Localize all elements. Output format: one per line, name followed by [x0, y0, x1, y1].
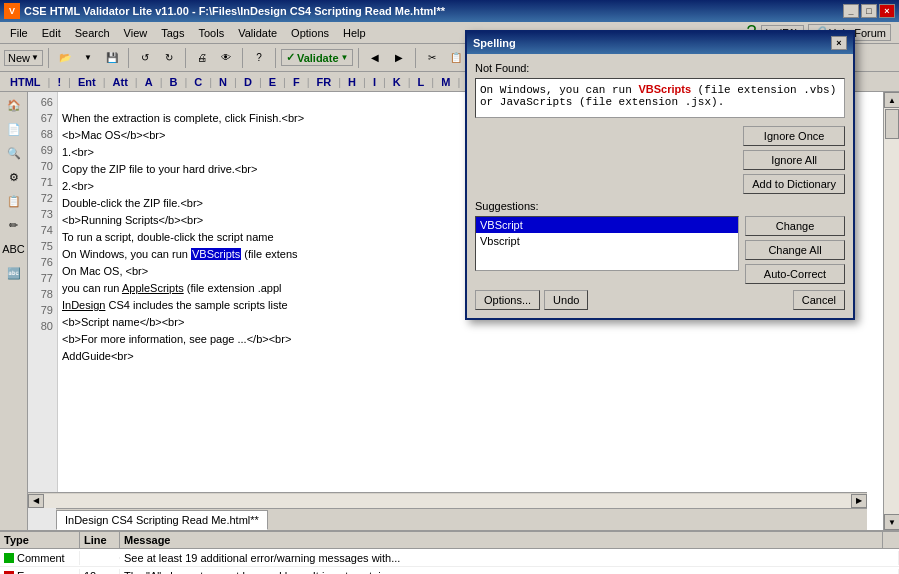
- scroll-up-button[interactable]: ▲: [884, 92, 899, 108]
- code-line-73: To run a script, double-click the script…: [62, 231, 274, 243]
- code-tab-bar: InDesign CS4 Scripting Read Me.html**: [56, 508, 867, 530]
- code-line-66: When the extraction is complete, click F…: [62, 112, 304, 124]
- preview-button[interactable]: 👁: [215, 47, 237, 69]
- code-line-79: <b>For more information, see page ...</b…: [62, 333, 291, 345]
- code-line-75: On Mac OS, <br>: [62, 265, 148, 277]
- close-button[interactable]: ×: [879, 4, 895, 18]
- change-button[interactable]: Change: [745, 216, 845, 236]
- left-sidebar: 🏠 📄 🔍 ⚙ 📋 ✏ ABC 🔤: [0, 92, 28, 530]
- code-tab-main[interactable]: InDesign CS4 Scripting Read Me.html**: [56, 510, 268, 530]
- tag-h[interactable]: H: [342, 75, 362, 89]
- title-bar: V CSE HTML Validator Lite v11.00 - F:\Fi…: [0, 0, 899, 22]
- tag-l[interactable]: L: [412, 75, 431, 89]
- menu-view[interactable]: View: [118, 25, 154, 41]
- dialog-title-bar[interactable]: Spelling ×: [467, 32, 853, 54]
- sidebar-icon-5[interactable]: 📋: [3, 190, 25, 212]
- suggestion-item[interactable]: VBScript: [476, 217, 738, 233]
- sidebar-icon-4[interactable]: ⚙: [3, 166, 25, 188]
- app-icon: V: [4, 3, 20, 19]
- sidebar-icon-3[interactable]: 🔍: [3, 142, 25, 164]
- code-line-72: <b>Running Scripts</b><br>: [62, 214, 203, 226]
- table-row[interactable]: Error 12 The "A" element cannot be used …: [0, 567, 899, 574]
- tag-d[interactable]: D: [238, 75, 258, 89]
- table-row[interactable]: Comment See at least 19 additional error…: [0, 549, 899, 567]
- menu-search[interactable]: Search: [69, 25, 116, 41]
- add-to-dictionary-button[interactable]: Add to Dictionary: [743, 174, 845, 194]
- forward-button[interactable]: ▶: [388, 47, 410, 69]
- badge-red: [4, 571, 14, 575]
- code-line-78: <b>Script name</b><br>: [62, 316, 184, 328]
- sidebar-icon-2[interactable]: 📄: [3, 118, 25, 140]
- tag-html[interactable]: HTML: [4, 75, 47, 89]
- suggestion-item[interactable]: Vbscript: [476, 233, 738, 249]
- suggestions-label: Suggestions:: [475, 200, 845, 212]
- sidebar-icon-1[interactable]: 🏠: [3, 94, 25, 116]
- menu-tags[interactable]: Tags: [155, 25, 190, 41]
- line-numbers: 66 67 68 69 70 71 72 73 74 75 76 77 78 7…: [28, 92, 58, 530]
- h-scrollbar[interactable]: ◀ ▶: [28, 492, 867, 508]
- new-button[interactable]: New ▼: [4, 50, 43, 66]
- title-bar-buttons[interactable]: _ □ ×: [843, 4, 895, 18]
- tag-excl[interactable]: !: [51, 75, 67, 89]
- scroll-thumb[interactable]: [885, 109, 899, 139]
- ignore-once-button[interactable]: Ignore Once: [743, 126, 845, 146]
- sidebar-icon-7[interactable]: ABC: [3, 238, 25, 260]
- tag-ent[interactable]: Ent: [72, 75, 102, 89]
- help-button[interactable]: ?: [248, 47, 270, 69]
- badge-green: [4, 553, 14, 563]
- menu-validate[interactable]: Validate: [232, 25, 283, 41]
- tag-m[interactable]: M: [435, 75, 456, 89]
- cut-button[interactable]: ✂: [421, 47, 443, 69]
- code-line-76: you can run AppleScripts (file extension…: [62, 282, 282, 294]
- print-button[interactable]: 🖨: [191, 47, 213, 69]
- code-line-74: On Windows, you can run VBScripts (file …: [62, 248, 298, 260]
- refresh2-button[interactable]: ↻: [158, 47, 180, 69]
- menu-edit[interactable]: Edit: [36, 25, 67, 41]
- tag-att[interactable]: Att: [107, 75, 134, 89]
- sidebar-icon-6[interactable]: ✏: [3, 214, 25, 236]
- dialog-close-button[interactable]: ×: [831, 36, 847, 50]
- open-button[interactable]: 📂: [54, 47, 76, 69]
- code-line-69: Copy the ZIP file to your hard drive.<br…: [62, 163, 257, 175]
- sidebar-icon-8[interactable]: 🔤: [3, 262, 25, 284]
- tag-fr[interactable]: FR: [311, 75, 338, 89]
- not-found-label: Not Found:: [475, 62, 845, 74]
- change-all-button[interactable]: Change All: [745, 240, 845, 260]
- open-arrow-button[interactable]: ▼: [77, 47, 99, 69]
- code-line-77: InDesign CS4 includes the sample scripts…: [62, 299, 288, 311]
- menu-file[interactable]: File: [4, 25, 34, 41]
- validate-button[interactable]: ✓ Validate ▼: [281, 49, 354, 66]
- tag-e[interactable]: E: [263, 75, 282, 89]
- save-button[interactable]: 💾: [101, 47, 123, 69]
- menu-tools[interactable]: Tools: [192, 25, 230, 41]
- cancel-button[interactable]: Cancel: [793, 290, 845, 310]
- code-line-70: 2.<br>: [62, 180, 94, 192]
- tag-c[interactable]: C: [188, 75, 208, 89]
- tag-i[interactable]: I: [367, 75, 382, 89]
- tag-n[interactable]: N: [213, 75, 233, 89]
- spelling-dialog: Spelling × Not Found: On Windows, you ca…: [465, 30, 855, 320]
- minimize-button[interactable]: _: [843, 4, 859, 18]
- error-table: Comment See at least 19 additional error…: [0, 549, 899, 574]
- col-line: Line: [80, 532, 120, 548]
- code-line-68: 1.<br>: [62, 146, 94, 158]
- ignore-all-button[interactable]: Ignore All: [743, 150, 845, 170]
- tag-f[interactable]: F: [287, 75, 306, 89]
- bottom-panel: Type Line Message Comment See at least 1…: [0, 530, 899, 574]
- tag-a[interactable]: A: [139, 75, 159, 89]
- back-button[interactable]: ◀: [364, 47, 386, 69]
- scroll-down-button[interactable]: ▼: [884, 514, 899, 530]
- scroll-track[interactable]: [884, 108, 899, 514]
- col-type: Type: [0, 532, 80, 548]
- refresh-button[interactable]: ↺: [134, 47, 156, 69]
- options-button[interactable]: Options...: [475, 290, 540, 310]
- v-scrollbar[interactable]: ▲ ▼: [883, 92, 899, 530]
- undo-button[interactable]: Undo: [544, 290, 588, 310]
- tag-b[interactable]: B: [163, 75, 183, 89]
- auto-correct-button[interactable]: Auto-Correct: [745, 264, 845, 284]
- tag-k[interactable]: K: [387, 75, 407, 89]
- suggestions-list[interactable]: VBScript Vbscript: [475, 216, 739, 271]
- menu-help[interactable]: Help: [337, 25, 372, 41]
- maximize-button[interactable]: □: [861, 4, 877, 18]
- menu-options[interactable]: Options: [285, 25, 335, 41]
